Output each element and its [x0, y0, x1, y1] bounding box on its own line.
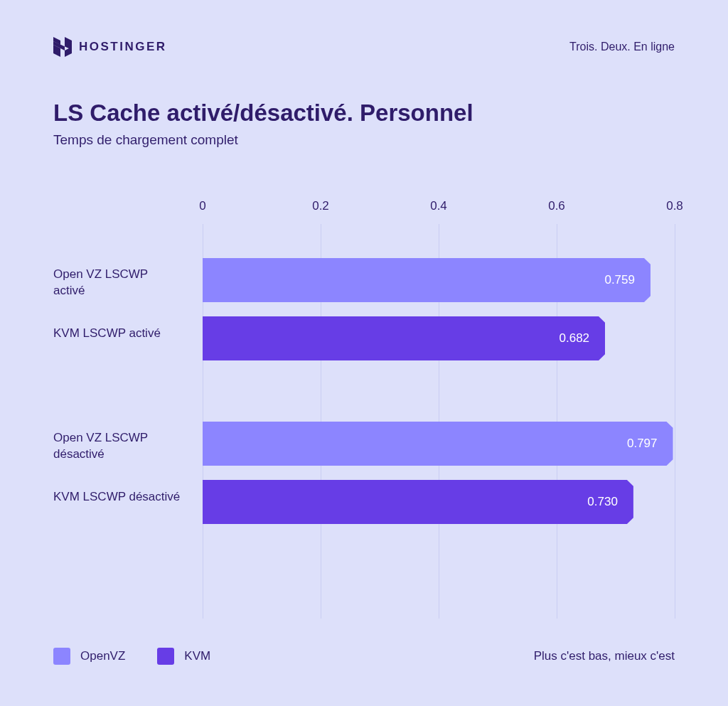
chart-subtitle: Temps de chargement complet — [53, 132, 473, 148]
bar-openvz: 0.759 — [203, 258, 651, 302]
bar-label: KVM LSCWP activé — [53, 326, 161, 342]
legend-label: OpenVZ — [80, 649, 125, 663]
bar-label: KVM LSCWP désactivé — [53, 489, 180, 506]
bar-value: 0.759 — [604, 273, 635, 287]
header: HOSTINGER Trois. Deux. En ligne — [53, 37, 675, 57]
brand: HOSTINGER — [53, 37, 167, 57]
legend-label: KVM — [184, 649, 210, 663]
legend-item-openvz: OpenVZ — [53, 648, 125, 665]
title-block: LS Cache activé/désactivé. Personnel Tem… — [53, 100, 473, 148]
hostinger-logo-icon — [53, 37, 72, 57]
bar-value: 0.730 — [587, 495, 618, 509]
bar-kvm: 0.730 — [203, 480, 633, 524]
brand-name: HOSTINGER — [79, 40, 167, 54]
x-tick: 0.8 — [666, 199, 683, 213]
footer: OpenVZ KVM Plus c'est bas, mieux c'est — [53, 648, 675, 665]
legend: OpenVZ KVM — [53, 648, 210, 665]
bar-label: Open VZ LSCWP désactivé — [53, 430, 181, 463]
grid-line — [675, 224, 675, 619]
legend-item-kvm: KVM — [157, 648, 210, 665]
x-tick: 0.6 — [548, 199, 565, 213]
chart-title: LS Cache activé/désactivé. Personnel — [53, 100, 473, 127]
bar-openvz: 0.797 — [203, 422, 673, 466]
x-tick: 0 — [199, 199, 205, 213]
swatch-icon — [53, 648, 70, 665]
chart: Open VZ LSCWP activé KVM LSCWP activé Op… — [53, 199, 675, 619]
footnote: Plus c'est bas, mieux c'est — [534, 649, 675, 663]
bar-label: Open VZ LSCWP activé — [53, 267, 181, 299]
plot-area: 0 0.2 0.4 0.6 0.8 0.759 0.682 0.797 0.73… — [203, 199, 675, 619]
bar-kvm: 0.682 — [203, 316, 605, 360]
bar-value: 0.682 — [560, 331, 590, 346]
swatch-icon — [157, 648, 174, 665]
y-axis-labels: Open VZ LSCWP activé KVM LSCWP activé Op… — [53, 199, 192, 619]
bar-value: 0.797 — [627, 437, 658, 451]
gridlines: 0.759 0.682 0.797 0.730 — [203, 224, 675, 619]
x-tick: 0.2 — [312, 199, 329, 213]
tagline: Trois. Deux. En ligne — [569, 41, 675, 53]
x-tick: 0.4 — [430, 199, 447, 213]
